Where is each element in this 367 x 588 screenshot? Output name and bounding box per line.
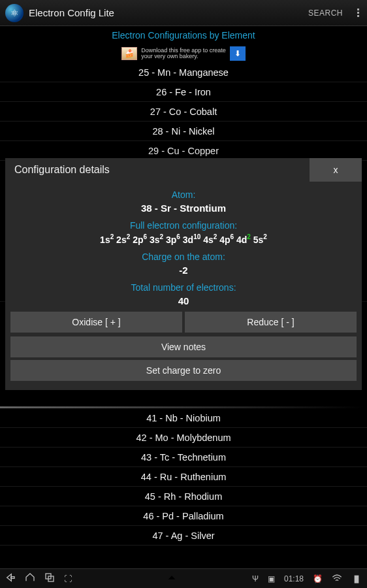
recent-apps-icon[interactable] (44, 572, 55, 585)
screenshot-icon[interactable]: ⛶ (64, 574, 72, 583)
dialog-header: Configuration details x (5, 158, 362, 182)
search-button[interactable]: SEARCH (308, 8, 343, 18)
usb-icon: Ψ (252, 574, 259, 583)
navigation-bar: ⛶ Ψ ▣ 01:18 ⏰ (0, 568, 367, 588)
config-label: Full electron configuration: (5, 218, 362, 232)
electron-config-value: 1s2 2s2 2p6 3s2 3p6 3d10 4s2 4p6 4d2 5s2 (5, 232, 362, 249)
page-title: Electron Configurations by Element (0, 26, 367, 44)
list-item[interactable]: 25 - Mn - Manganese (0, 63, 367, 82)
atom-label: Atom: (5, 187, 362, 201)
total-electrons-value: 40 (5, 294, 362, 310)
close-button[interactable]: x (310, 158, 362, 182)
set-charge-zero-button[interactable]: Set charge to zero (10, 360, 357, 381)
list-item[interactable]: 27 - Co - Cobalt (0, 102, 367, 122)
list-item[interactable]: 41 - Nb - Niobium (0, 408, 367, 428)
download-icon[interactable]: ⬇ (230, 46, 246, 61)
list-item[interactable]: 42 - Mo - Molybdenum (0, 428, 367, 448)
action-bar: Electron Config Lite SEARCH (0, 0, 367, 26)
configuration-dialog: Configuration details x Atom: 38 - Sr - … (5, 158, 362, 390)
oxidise-button[interactable]: Oxidise [ + ] (10, 312, 182, 333)
dialog-title: Configuration details (5, 158, 310, 182)
app-title: Electron Config Lite (29, 7, 308, 18)
battery-icon (351, 574, 362, 584)
clock-time: 01:18 (284, 574, 304, 583)
reduce-button[interactable]: Reduce [ - ] (185, 312, 357, 333)
home-icon[interactable] (25, 572, 35, 585)
wifi-icon (332, 574, 342, 584)
atom-value: 38 - Sr - Strontium (5, 201, 362, 218)
view-notes-button[interactable]: View notes (10, 336, 357, 357)
list-item[interactable]: 44 - Ru - Ruthenium (0, 467, 367, 487)
list-item[interactable]: 43 - Tc - Technetium (0, 448, 367, 467)
ad-banner[interactable]: Download this free app to createyour ver… (0, 44, 367, 63)
ad-text: Download this free app to createyour ver… (141, 48, 226, 59)
expand-up-icon[interactable] (167, 572, 177, 585)
list-item[interactable]: 45 - Rh - Rhodium (0, 487, 367, 506)
total-electrons-label: Total number of electrons: (5, 280, 362, 294)
list-item[interactable]: 46 - Pd - Palladium (0, 506, 367, 526)
alarm-icon: ⏰ (313, 574, 323, 583)
ad-image-icon (121, 47, 137, 60)
app-icon (5, 4, 24, 22)
back-icon[interactable] (5, 572, 16, 585)
download-status-icon: ▣ (268, 574, 275, 583)
overflow-menu-icon[interactable] (355, 6, 362, 20)
charge-label: Charge on the atom: (5, 249, 362, 263)
charge-value: -2 (5, 263, 362, 280)
list-item[interactable]: 26 - Fe - Iron (0, 82, 367, 102)
list-item[interactable]: 47 - Ag - Silver (0, 526, 367, 546)
list-item[interactable]: 28 - Ni - Nickel (0, 122, 367, 141)
